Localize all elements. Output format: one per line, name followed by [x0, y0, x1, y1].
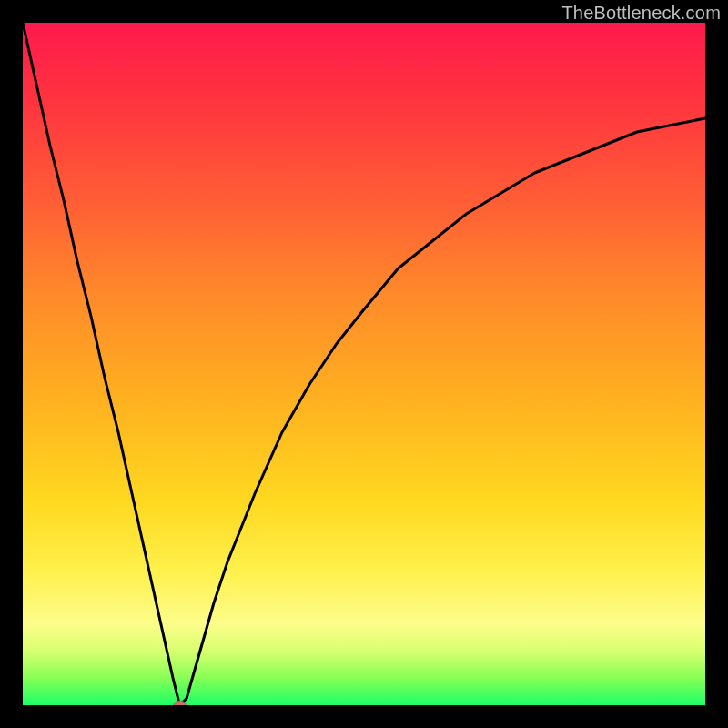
curve-svg — [23, 23, 705, 705]
watermark-text: TheBottleneck.com — [561, 3, 721, 24]
plot-area — [23, 23, 705, 705]
chart-frame: TheBottleneck.com — [0, 0, 728, 728]
bottleneck-curve — [23, 23, 705, 705]
